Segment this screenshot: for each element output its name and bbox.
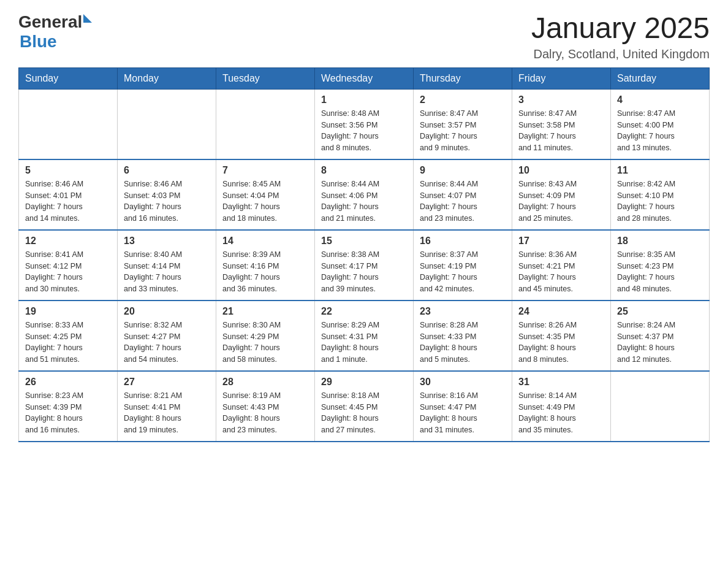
- calendar-day-header: Wednesday: [315, 67, 414, 89]
- calendar-week-row: 1Sunrise: 8:48 AM Sunset: 3:56 PM Daylig…: [19, 89, 710, 159]
- calendar-day-cell: 9Sunrise: 8:44 AM Sunset: 4:07 PM Daylig…: [414, 159, 512, 230]
- day-number: 30: [420, 377, 506, 388]
- day-number: 1: [321, 94, 407, 105]
- day-number: 21: [222, 306, 308, 317]
- day-info: Sunrise: 8:26 AM Sunset: 4:35 PM Dayligh…: [518, 320, 604, 366]
- day-info: Sunrise: 8:18 AM Sunset: 4:45 PM Dayligh…: [321, 390, 407, 436]
- day-info: Sunrise: 8:21 AM Sunset: 4:41 PM Dayligh…: [124, 390, 210, 436]
- day-number: 10: [518, 165, 604, 176]
- day-info: Sunrise: 8:36 AM Sunset: 4:21 PM Dayligh…: [518, 249, 604, 295]
- day-number: 20: [124, 306, 210, 317]
- day-info: Sunrise: 8:46 AM Sunset: 4:01 PM Dayligh…: [25, 178, 111, 224]
- page-header: General Blue January 2025 Dalry, Scotlan…: [18, 12, 710, 61]
- day-number: 3: [518, 94, 604, 105]
- day-number: 7: [222, 165, 308, 176]
- calendar-day-cell: 27Sunrise: 8:21 AM Sunset: 4:41 PM Dayli…: [118, 371, 216, 442]
- day-info: Sunrise: 8:23 AM Sunset: 4:39 PM Dayligh…: [25, 390, 111, 436]
- day-info: Sunrise: 8:45 AM Sunset: 4:04 PM Dayligh…: [222, 178, 308, 224]
- day-number: 26: [25, 377, 111, 388]
- calendar-day-header: Sunday: [19, 67, 118, 89]
- calendar-day-cell: 22Sunrise: 8:29 AM Sunset: 4:31 PM Dayli…: [315, 301, 414, 371]
- calendar-day-header: Monday: [118, 67, 216, 89]
- day-number: 18: [617, 236, 703, 247]
- calendar-day-cell: 28Sunrise: 8:19 AM Sunset: 4:43 PM Dayli…: [216, 371, 315, 442]
- calendar-day-cell: 7Sunrise: 8:45 AM Sunset: 4:04 PM Daylig…: [216, 159, 315, 230]
- day-info: Sunrise: 8:44 AM Sunset: 4:06 PM Dayligh…: [321, 178, 407, 224]
- title-section: January 2025 Dalry, Scotland, United Kin…: [531, 12, 710, 61]
- calendar-day-cell: 8Sunrise: 8:44 AM Sunset: 4:06 PM Daylig…: [315, 159, 414, 230]
- day-number: 12: [25, 236, 111, 247]
- calendar-day-cell: 30Sunrise: 8:16 AM Sunset: 4:47 PM Dayli…: [414, 371, 512, 442]
- calendar-day-header: Tuesday: [216, 67, 315, 89]
- day-info: Sunrise: 8:44 AM Sunset: 4:07 PM Dayligh…: [420, 178, 506, 224]
- calendar-week-row: 5Sunrise: 8:46 AM Sunset: 4:01 PM Daylig…: [19, 159, 710, 230]
- day-number: 15: [321, 236, 407, 247]
- day-info: Sunrise: 8:28 AM Sunset: 4:33 PM Dayligh…: [420, 320, 506, 366]
- calendar-day-cell: 6Sunrise: 8:46 AM Sunset: 4:03 PM Daylig…: [118, 159, 216, 230]
- day-info: Sunrise: 8:32 AM Sunset: 4:27 PM Dayligh…: [124, 320, 210, 366]
- calendar-day-cell: 15Sunrise: 8:38 AM Sunset: 4:17 PM Dayli…: [315, 230, 414, 301]
- day-number: 5: [25, 165, 111, 176]
- calendar-day-cell: 10Sunrise: 8:43 AM Sunset: 4:09 PM Dayli…: [512, 159, 611, 230]
- day-info: Sunrise: 8:14 AM Sunset: 4:49 PM Dayligh…: [518, 390, 604, 436]
- day-number: 24: [518, 306, 604, 317]
- day-info: Sunrise: 8:19 AM Sunset: 4:43 PM Dayligh…: [222, 390, 308, 436]
- calendar-table: SundayMondayTuesdayWednesdayThursdayFrid…: [18, 67, 710, 442]
- day-info: Sunrise: 8:41 AM Sunset: 4:12 PM Dayligh…: [25, 249, 111, 295]
- calendar-day-cell: 2Sunrise: 8:47 AM Sunset: 3:57 PM Daylig…: [414, 89, 512, 159]
- calendar-day-cell: 3Sunrise: 8:47 AM Sunset: 3:58 PM Daylig…: [512, 89, 611, 159]
- day-number: 29: [321, 377, 407, 388]
- day-info: Sunrise: 8:35 AM Sunset: 4:23 PM Dayligh…: [617, 249, 703, 295]
- day-number: 14: [222, 236, 308, 247]
- day-number: 28: [222, 377, 308, 388]
- calendar-title: January 2025: [531, 12, 710, 45]
- day-number: 13: [124, 236, 210, 247]
- calendar-day-header: Thursday: [414, 67, 512, 89]
- calendar-day-cell: 1Sunrise: 8:48 AM Sunset: 3:56 PM Daylig…: [315, 89, 414, 159]
- logo-triangle-icon: [83, 14, 92, 23]
- day-number: 4: [617, 94, 703, 105]
- day-info: Sunrise: 8:33 AM Sunset: 4:25 PM Dayligh…: [25, 320, 111, 366]
- calendar-day-cell: 19Sunrise: 8:33 AM Sunset: 4:25 PM Dayli…: [19, 301, 118, 371]
- calendar-day-cell: 18Sunrise: 8:35 AM Sunset: 4:23 PM Dayli…: [611, 230, 710, 301]
- day-number: 22: [321, 306, 407, 317]
- day-number: 25: [617, 306, 703, 317]
- day-info: Sunrise: 8:46 AM Sunset: 4:03 PM Dayligh…: [124, 178, 210, 224]
- day-number: 11: [617, 165, 703, 176]
- day-number: 17: [518, 236, 604, 247]
- calendar-day-cell: 26Sunrise: 8:23 AM Sunset: 4:39 PM Dayli…: [19, 371, 118, 442]
- day-info: Sunrise: 8:39 AM Sunset: 4:16 PM Dayligh…: [222, 249, 308, 295]
- day-info: Sunrise: 8:24 AM Sunset: 4:37 PM Dayligh…: [617, 320, 703, 366]
- day-info: Sunrise: 8:16 AM Sunset: 4:47 PM Dayligh…: [420, 390, 506, 436]
- calendar-day-cell: [118, 89, 216, 159]
- day-info: Sunrise: 8:48 AM Sunset: 3:56 PM Dayligh…: [321, 108, 407, 154]
- calendar-day-cell: 4Sunrise: 8:47 AM Sunset: 4:00 PM Daylig…: [611, 89, 710, 159]
- calendar-day-cell: 25Sunrise: 8:24 AM Sunset: 4:37 PM Dayli…: [611, 301, 710, 371]
- day-number: 16: [420, 236, 506, 247]
- calendar-day-cell: 31Sunrise: 8:14 AM Sunset: 4:49 PM Dayli…: [512, 371, 611, 442]
- day-info: Sunrise: 8:47 AM Sunset: 3:58 PM Dayligh…: [518, 108, 604, 154]
- day-number: 6: [124, 165, 210, 176]
- day-info: Sunrise: 8:30 AM Sunset: 4:29 PM Dayligh…: [222, 320, 308, 366]
- day-number: 27: [124, 377, 210, 388]
- calendar-day-cell: 21Sunrise: 8:30 AM Sunset: 4:29 PM Dayli…: [216, 301, 315, 371]
- calendar-week-row: 26Sunrise: 8:23 AM Sunset: 4:39 PM Dayli…: [19, 371, 710, 442]
- day-info: Sunrise: 8:37 AM Sunset: 4:19 PM Dayligh…: [420, 249, 506, 295]
- calendar-day-cell: 5Sunrise: 8:46 AM Sunset: 4:01 PM Daylig…: [19, 159, 118, 230]
- day-info: Sunrise: 8:29 AM Sunset: 4:31 PM Dayligh…: [321, 320, 407, 366]
- calendar-day-cell: [216, 89, 315, 159]
- calendar-week-row: 19Sunrise: 8:33 AM Sunset: 4:25 PM Dayli…: [19, 301, 710, 371]
- day-info: Sunrise: 8:43 AM Sunset: 4:09 PM Dayligh…: [518, 178, 604, 224]
- calendar-day-cell: 24Sunrise: 8:26 AM Sunset: 4:35 PM Dayli…: [512, 301, 611, 371]
- day-number: 8: [321, 165, 407, 176]
- calendar-day-header: Saturday: [611, 67, 710, 89]
- calendar-day-header: Friday: [512, 67, 611, 89]
- calendar-day-cell: 14Sunrise: 8:39 AM Sunset: 4:16 PM Dayli…: [216, 230, 315, 301]
- calendar-header-row: SundayMondayTuesdayWednesdayThursdayFrid…: [19, 67, 710, 89]
- day-info: Sunrise: 8:40 AM Sunset: 4:14 PM Dayligh…: [124, 249, 210, 295]
- day-number: 31: [518, 377, 604, 388]
- calendar-day-cell: 12Sunrise: 8:41 AM Sunset: 4:12 PM Dayli…: [19, 230, 118, 301]
- calendar-day-cell: 16Sunrise: 8:37 AM Sunset: 4:19 PM Dayli…: [414, 230, 512, 301]
- calendar-week-row: 12Sunrise: 8:41 AM Sunset: 4:12 PM Dayli…: [19, 230, 710, 301]
- day-number: 23: [420, 306, 506, 317]
